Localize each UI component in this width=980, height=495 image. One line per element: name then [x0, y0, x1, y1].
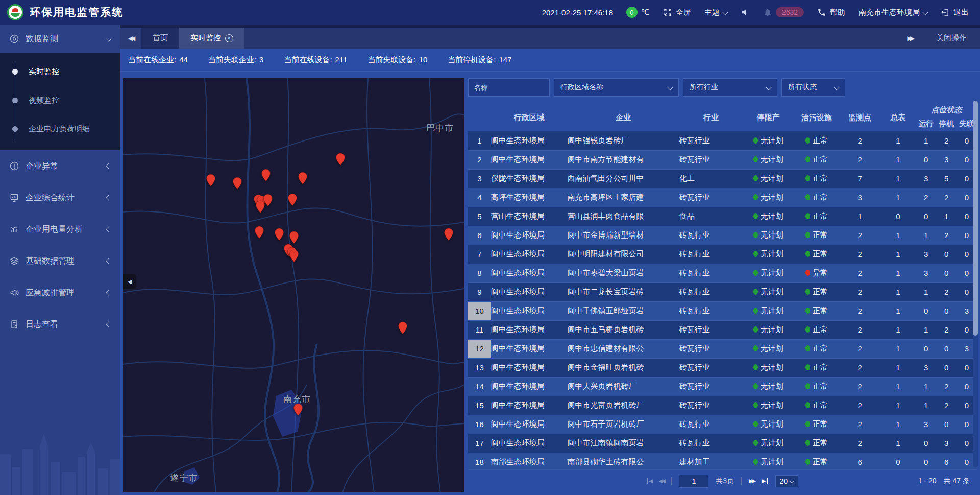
status-dot-icon	[753, 364, 758, 370]
logout-button[interactable]: 退出	[941, 8, 969, 17]
cell-points: 2	[840, 301, 880, 320]
eco-logo-icon	[7, 4, 23, 20]
table-row[interactable]: 18南部生态环境局南部县砌华土砖有限公建材加工无计划正常60060	[468, 453, 977, 469]
map-pin-icon[interactable]	[261, 169, 271, 182]
table-row[interactable]: 14阆中生态环境局阆中大兴页岩机砖厂砖瓦行业无计划正常21120	[468, 377, 977, 396]
cell-limit: 无计划	[743, 207, 794, 226]
close-operations-button[interactable]: 关闭操作	[936, 33, 967, 43]
table-header: 行政区域 企业 行业 停限产 治污设施 监测点 总表 点位状态 运行	[468, 101, 977, 131]
table-row[interactable]: 2阆中生态环境局阆中市南方节能建材有砖瓦行业无计划正常21030	[468, 150, 977, 169]
prev-page-icon: ◀◀	[658, 478, 664, 484]
tab-label: 首页	[153, 33, 168, 43]
sidebar-item-企业用电量分析[interactable]: 企业用电量分析	[0, 214, 120, 245]
page-number-input[interactable]	[679, 475, 708, 488]
map-pin-icon[interactable]	[335, 153, 345, 166]
map-collapse-button[interactable]: ◀	[123, 274, 136, 289]
table-row[interactable]: 1阆中生态环境局阆中强锐页岩砖厂砖瓦行业无计划正常21120	[468, 131, 977, 150]
table-body-viewport[interactable]: 1阆中生态环境局阆中强锐页岩砖厂砖瓦行业无计划正常211202阆中生态环境局阆中…	[468, 131, 977, 469]
table-row[interactable]: 10阆中生态环境局阆中千佛镇五郎垭页岩砖瓦行业无计划正常21003	[468, 301, 977, 320]
speaker-muted-icon	[741, 8, 750, 17]
name-search-input[interactable]	[468, 78, 550, 97]
sidebar-item-label: 企业异常	[26, 161, 58, 172]
cell-meters: 1	[880, 434, 916, 453]
tab-首页[interactable]: 首页	[141, 28, 179, 49]
tabs-scroll-left-button[interactable]: ◀◀	[120, 28, 141, 49]
table-row[interactable]: 11阆中生态环境局阆中市五马桥页岩机砖砖瓦行业无计划正常21120	[468, 320, 977, 339]
tab-实时监控[interactable]: 实时监控×	[179, 28, 244, 49]
table-row[interactable]: 8阆中生态环境局阆中市枣碧大梁山页岩砖瓦行业无计划异常21300	[468, 264, 977, 282]
first-page-icon: ◀	[649, 478, 651, 484]
map-pin-icon[interactable]	[298, 172, 308, 185]
sidebar-item-企业异常[interactable]: 企业异常	[0, 150, 120, 182]
table-row[interactable]: 9阆中生态环境局阆中市二龙长宝页岩砖砖瓦行业无计划正常21120	[468, 282, 977, 301]
cell-region: 阆中生态环境局	[491, 358, 568, 377]
cell-points: 2	[840, 434, 880, 453]
col-limit: 停限产	[743, 101, 794, 131]
industry-select[interactable]: 所有行业	[683, 78, 777, 97]
map-pin-icon[interactable]	[289, 249, 299, 263]
cell-facility: 正常	[794, 320, 840, 339]
table-row[interactable]: 4高坪生态环境局南充市高坪区王家店建砖瓦行业无计划正常31220	[468, 188, 977, 207]
tab-close-icon[interactable]: ×	[225, 34, 233, 42]
cell-run: 3	[916, 358, 936, 377]
cell-limit: 无计划	[743, 434, 794, 453]
table-scrollbar[interactable]	[973, 101, 978, 467]
cell-meters: 1	[880, 245, 916, 264]
sidebar-subitem-企业电力负荷明细[interactable]: 企业电力负荷明细	[0, 114, 120, 143]
cell-limit: 无计划	[743, 282, 794, 301]
map-pin-icon[interactable]	[254, 226, 264, 239]
cell-region: 阆中生态环境局	[491, 396, 568, 415]
temperature-unit: ℃	[641, 8, 650, 17]
table-row[interactable]: 5营山生态环境局营山县润丰肉食品有限食品无计划正常10010	[468, 207, 977, 226]
map-pin-icon[interactable]	[293, 403, 303, 416]
help-button[interactable]: 帮助	[817, 8, 845, 17]
status-dot-icon	[753, 232, 758, 238]
tabs-scroll-right-button[interactable]: ▶▶	[908, 35, 913, 42]
map-pin-icon[interactable]	[287, 193, 297, 206]
page-size-select[interactable]: 20	[775, 475, 799, 487]
sidebar-subitem-实时监控[interactable]: 实时监控	[0, 57, 120, 86]
org-menu[interactable]: 南充市生态环境局	[859, 8, 927, 17]
cell-limit: 无计划	[743, 131, 794, 150]
map-pin-icon[interactable]	[233, 177, 242, 190]
table-row[interactable]: 13阆中生态环境局阆中市金福旺页岩机砖砖瓦行业无计划正常21300	[468, 358, 977, 377]
table-row[interactable]: 6阆中生态环境局阆中市金博瑞新型墙材砖瓦行业无计划正常21120	[468, 226, 977, 245]
table-row[interactable]: 15阆中生态环境局阆中市光富页岩机砖厂砖瓦行业无计划正常21120	[468, 396, 977, 415]
table-row[interactable]: 16阆中生态环境局阆中市石子页岩机砖厂砖瓦行业无计划正常21300	[468, 415, 977, 434]
next-page-button[interactable]: ▶▶	[749, 478, 754, 484]
table-row[interactable]: 17阆中生态环境局阆中市江南镇阆南页岩砖瓦行业无计划正常21030	[468, 434, 977, 453]
status-dot-icon	[753, 459, 758, 465]
map-pin-icon[interactable]	[444, 228, 453, 241]
status-select-value: 所有状态	[788, 83, 817, 92]
mute-button[interactable]	[741, 8, 750, 17]
table-row[interactable]: 3仪陇生态环境局西南油气田分公司川中化工无计划正常71350	[468, 169, 977, 188]
status-select[interactable]: 所有状态	[781, 78, 845, 97]
cell-stop: 2	[936, 320, 957, 339]
sidebar-item-data-monitor[interactable]: 数据监测	[0, 25, 120, 53]
fullscreen-button[interactable]: 全屏	[663, 8, 691, 17]
map-pin-icon[interactable]	[274, 228, 284, 241]
map-panel[interactable]: 巴中市南充市遂宁市 ◀	[123, 78, 464, 492]
status-dot-icon	[753, 383, 758, 389]
stats-board-icon	[9, 193, 19, 203]
table-row[interactable]: 12阆中生态环境局阆中市忠信建材有限公砖瓦行业无计划正常21003	[468, 339, 977, 358]
table-row[interactable]: 7阆中生态环境局阆中明阳建材有限公司砖瓦行业无计划正常21300	[468, 245, 977, 264]
map-pin-icon[interactable]	[398, 321, 408, 335]
sidebar-item-应急减排管理[interactable]: 应急减排管理	[0, 277, 120, 309]
sidebar-item-企业综合统计[interactable]: 企业综合统计	[0, 182, 120, 214]
map-pin-icon[interactable]	[206, 174, 216, 187]
theme-menu[interactable]: 主题	[704, 8, 727, 17]
prev-page-button[interactable]: ◀◀	[658, 478, 664, 484]
sidebar-subitem-视频监控[interactable]: 视频监控	[0, 86, 120, 114]
last-page-button[interactable]: ▶	[762, 478, 768, 484]
sidebar-item-基础数据管理[interactable]: 基础数据管理	[0, 245, 120, 277]
region-select[interactable]: 行政区域名称	[554, 78, 679, 97]
status-dot-icon	[805, 156, 810, 162]
cell-industry: 建材加工	[679, 453, 743, 469]
sidebar-item-日志查看[interactable]: 日志查看	[0, 309, 120, 340]
map-pin-icon[interactable]	[256, 200, 265, 214]
scrollbar-thumb[interactable]	[973, 101, 978, 336]
first-page-button[interactable]: ◀	[647, 478, 651, 484]
notifications[interactable]: 2632	[763, 7, 804, 17]
map-pin-icon[interactable]	[289, 231, 299, 244]
